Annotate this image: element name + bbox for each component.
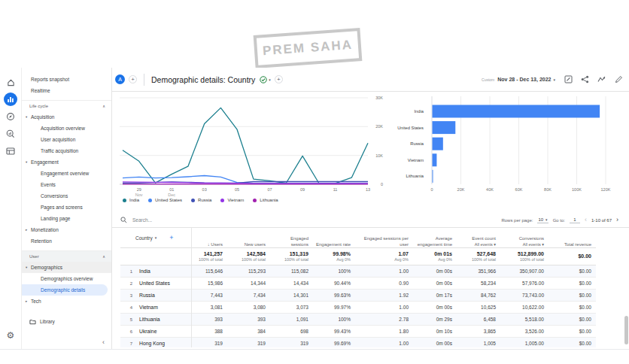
- bar-chart[interactable]: 020K40K60K80K100K120KIndiaUnited StatesR…: [390, 92, 616, 197]
- share-icon[interactable]: [581, 75, 589, 83]
- sidebar-section-user[interactable]: User∧: [22, 250, 111, 262]
- sidebar-item-tech[interactable]: ▸Tech: [22, 296, 111, 307]
- sidebar-item-engagement[interactable]: ▾Engagement: [22, 156, 111, 168]
- sidebar-item-monetization[interactable]: ▸Monetization: [22, 224, 111, 235]
- column-header-total-revenue[interactable]: Total revenue: [548, 228, 596, 248]
- country-name[interactable]: Ukraine: [139, 329, 156, 334]
- sidebar-item-pages-and-screens[interactable]: Pages and screens: [22, 202, 111, 213]
- column-subfilter[interactable]: All events ▾: [523, 242, 544, 247]
- chevron-down-icon[interactable]: ▾: [269, 77, 271, 82]
- sidebar-item-realtime[interactable]: Realtime: [22, 85, 111, 96]
- column-header-users[interactable]: ↓ Users: [191, 228, 227, 248]
- advertising-icon[interactable]: [4, 127, 17, 141]
- legend-item-india[interactable]: India: [123, 198, 139, 202]
- line-chart[interactable]: 010K20K30K29Nov01Dec030507091113: [112, 92, 390, 213]
- search-box[interactable]: [120, 217, 202, 223]
- bar-united-states[interactable]: [433, 121, 456, 134]
- column-header-event-count[interactable]: Event countAll events ▾: [457, 228, 500, 248]
- date-range-picker[interactable]: Nov 28 - Dec 13, 2022: [497, 77, 551, 82]
- table-row-india[interactable]: 1India115,646115,293115,082100%1.000m 00…: [120, 265, 596, 278]
- search-input[interactable]: [131, 217, 202, 223]
- sidebar-item-reports-snapshot[interactable]: Reports snapshot: [22, 74, 111, 85]
- bar-russia[interactable]: [433, 138, 443, 150]
- metric-value: 0m 10s: [413, 326, 457, 338]
- comparison-avatar[interactable]: A: [115, 74, 125, 84]
- column-header-engaged-sessions[interactable]: Engaged sessions: [270, 228, 313, 248]
- sidebar-item-retention[interactable]: Retention: [22, 235, 111, 247]
- column-header-average-engagement-time[interactable]: Average engagement time: [413, 228, 457, 248]
- caret-down-icon[interactable]: ▾: [26, 156, 27, 168]
- customize-report-icon[interactable]: [615, 75, 623, 83]
- prev-page-icon[interactable]: ‹: [585, 217, 587, 223]
- sidebar-collapse-icon[interactable]: ‹: [102, 338, 105, 346]
- edit-comparison-icon[interactable]: [564, 75, 573, 83]
- legend-item-russia[interactable]: Russia: [191, 198, 211, 202]
- sidebar-item-user-acquisition[interactable]: User acquisition: [22, 134, 111, 145]
- caret-right-icon[interactable]: ▸: [26, 224, 27, 235]
- table-row-russia[interactable]: 3Russia7,4437,43414,30199.63%1.920m 17s8…: [120, 290, 596, 302]
- chevron-down-icon[interactable]: ▾: [553, 77, 555, 82]
- sidebar-item-demographics[interactable]: ▾Demographics: [22, 262, 111, 273]
- column-header-engagement-rate[interactable]: Engagement rate: [313, 228, 355, 248]
- saved-check-icon[interactable]: [260, 76, 267, 83]
- sidebar-item-traffic-acquisition[interactable]: Traffic acquisition: [22, 145, 111, 156]
- table-row-hong-kong[interactable]: 7Hong Kong31931931999.69%1.000m 00s1,005…: [120, 338, 596, 348]
- admin-gear-icon[interactable]: ⚙: [4, 329, 17, 342]
- column-header-engaged-sessions-per-user[interactable]: Engaged sessions per user: [355, 228, 413, 248]
- metric-value: 350,907.00: [500, 265, 548, 278]
- sidebar-item-events[interactable]: Events: [22, 179, 111, 190]
- add-metric-button[interactable]: +: [275, 75, 283, 83]
- home-icon[interactable]: [4, 75, 17, 89]
- table-row-ukraine[interactable]: 6Ukraine38838469899.43%1.800m 10s3,8653,…: [120, 326, 596, 338]
- column-subfilter[interactable]: All events ▾: [475, 242, 496, 247]
- caret-down-icon[interactable]: ▾: [26, 111, 27, 123]
- add-comparison-button[interactable]: +: [129, 75, 137, 83]
- legend-item-lithuania[interactable]: Lithuania: [253, 198, 278, 202]
- bar-vietnam[interactable]: [433, 153, 437, 166]
- add-dimension-button[interactable]: +: [169, 234, 173, 241]
- country-name[interactable]: India: [139, 268, 150, 274]
- table-row-vietnam[interactable]: 4Vietnam3,0813,0803,07399.97%1.000m 00s1…: [120, 302, 596, 314]
- x-axis-tick-label: 05: [235, 187, 239, 192]
- bar-lithuania[interactable]: [433, 170, 433, 183]
- next-page-icon[interactable]: ›: [616, 217, 618, 223]
- caret-right-icon[interactable]: ▸: [26, 296, 27, 307]
- sidebar-item-conversions[interactable]: Conversions: [22, 190, 111, 202]
- legend-item-united-states[interactable]: United States: [148, 198, 182, 202]
- sidebar-item-acquisition-overview[interactable]: Acquisition overview: [22, 123, 111, 134]
- sidebar-item-engagement-overview[interactable]: Engagement overview: [22, 168, 111, 179]
- collapse-section-icon[interactable]: ∧: [102, 251, 105, 262]
- country-name[interactable]: United States: [139, 281, 170, 286]
- column-header-country[interactable]: Country▾+: [120, 228, 191, 248]
- sidebar-item-acquisition[interactable]: ▾Acquisition: [22, 111, 111, 123]
- column-header-conversions[interactable]: ConversionsAll events ▾: [500, 228, 548, 248]
- country-name[interactable]: Russia: [139, 293, 155, 298]
- bar-india[interactable]: [433, 105, 600, 118]
- reports-icon[interactable]: [4, 93, 17, 106]
- chevron-down-icon[interactable]: ▾: [155, 235, 157, 240]
- x-axis-tick-label: 07: [268, 187, 272, 192]
- rows-per-page-select[interactable]: 10 ▾: [537, 217, 548, 223]
- sidebar-section-life-cycle[interactable]: Life cycle∧: [22, 100, 111, 111]
- insights-icon[interactable]: [597, 75, 606, 83]
- goto-label: Go to:: [553, 218, 565, 223]
- sidebar-item-library[interactable]: Library: [22, 316, 111, 327]
- explore-icon[interactable]: [4, 110, 17, 123]
- goto-page-input[interactable]: [570, 217, 580, 223]
- line-series-india[interactable]: [123, 108, 368, 183]
- column-header-new-users[interactable]: New users: [227, 228, 270, 248]
- legend-item-vietnam[interactable]: Vietnam: [220, 198, 244, 202]
- analytics-app: ⚙ Reports snapshotRealtimeLife cycle∧▾Ac…: [0, 68, 629, 350]
- collapse-section-icon[interactable]: ∧: [102, 101, 105, 111]
- country-name[interactable]: Lithuania: [139, 317, 160, 322]
- configure-icon[interactable]: [4, 144, 17, 158]
- country-name[interactable]: Hong Kong: [139, 341, 165, 346]
- sidebar-item-demographics-overview[interactable]: Demographics overview: [22, 273, 111, 284]
- sidebar-item-landing-page[interactable]: Landing page: [22, 213, 111, 224]
- table-row-united-states[interactable]: 2United States15,98614,34414,43490.44%0.…: [120, 278, 596, 290]
- sidebar-item-demographic-details[interactable]: Demographic details: [22, 284, 108, 296]
- scrollbar-thumb[interactable]: [624, 316, 628, 344]
- table-row-lithuania[interactable]: 5Lithuania3933931,091100%2.780m 29s6,458…: [120, 314, 596, 326]
- country-name[interactable]: Vietnam: [139, 305, 158, 310]
- caret-down-icon[interactable]: ▾: [26, 262, 27, 273]
